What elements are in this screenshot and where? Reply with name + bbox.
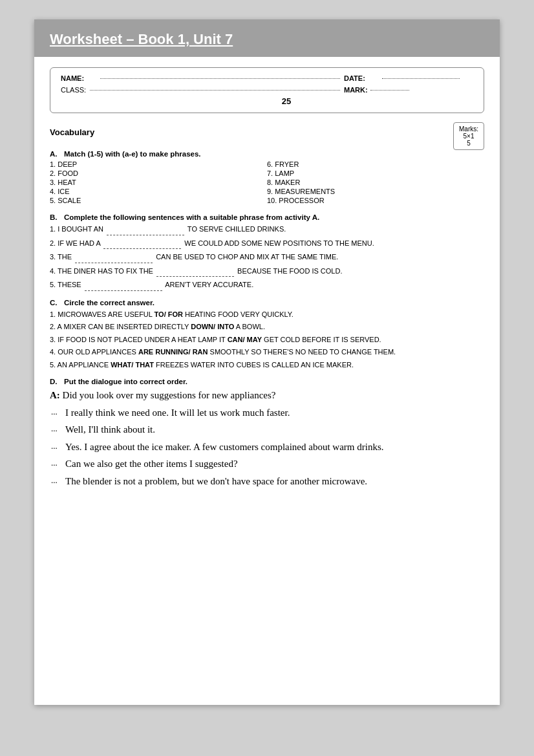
activity-d-title: Put the dialogue into correct order.	[64, 378, 187, 385]
student-info-box: NAME: DATE: CLASS: MARK: 25	[50, 67, 484, 113]
word-2: 2. FOOD	[50, 169, 267, 177]
page-content: NAME: DATE: CLASS: MARK: 25 Vocabulary	[34, 67, 500, 512]
activity-b-sentences: 1. I BOUGHT AN TO SERVE CHILLED DRINKS. …	[50, 224, 484, 291]
word-col-left: 1. DEEP 2. FOOD 3. HEAT 4. ICE 5. SCALE	[50, 160, 267, 206]
word-10-text: PROCESSOR	[279, 197, 324, 204]
name-row: NAME: DATE:	[61, 74, 473, 82]
mark-total: 25	[100, 96, 473, 106]
word-3-text: HEAT	[58, 178, 76, 186]
word-1-num: 1.	[50, 160, 56, 168]
dialogue-line-3: Well, I'll think about it.	[50, 422, 484, 437]
word-8-num: 8.	[267, 178, 273, 186]
fill-b4[interactable]	[156, 266, 234, 277]
mark-label: MARK:	[344, 86, 368, 94]
word-7-text: LAMP	[275, 169, 294, 177]
word-7-num: 7.	[267, 169, 273, 177]
dialogue-line-5: Can we also get the other items I sugges…	[50, 457, 484, 471]
dialogue-line-6: The blender is not a problem, but we don…	[50, 474, 484, 489]
word-2-num: 2.	[50, 169, 56, 177]
word-list: 1. DEEP 2. FOOD 3. HEAT 4. ICE 5. SCALE …	[50, 160, 484, 206]
activity-b-header: B. Complete the following sentences with…	[50, 213, 484, 221]
fill-b5[interactable]	[85, 279, 162, 291]
activity-c-sentences: 1. MICROWAVES ARE USEFUL TO/ FOR HEATING…	[50, 309, 484, 371]
activity-d-label: D.	[50, 378, 64, 385]
sentence-b2: 2. IF WE HAD A WE COULD ADD SOME NEW POS…	[50, 238, 484, 250]
header-bar: Worksheet – Book 1, Unit 7	[34, 19, 500, 57]
activity-c: C. Circle the correct answer. 1. MICROWA…	[50, 299, 484, 371]
choice-c5: WHAT/ THAT	[111, 361, 154, 369]
word-10: 10. PROCESSOR	[267, 197, 484, 204]
dialogue-speaker-a: A:	[50, 390, 60, 400]
circle-c5: 5. AN APPLIANCE WHAT/ THAT FREEZES WATER…	[50, 360, 484, 371]
choice-c1: TO/ FOR	[155, 310, 183, 318]
word-4-text: ICE	[58, 188, 69, 195]
class-input-line[interactable]	[90, 90, 340, 91]
activity-a-label: A.	[50, 150, 64, 158]
fill-b2[interactable]	[103, 238, 181, 250]
word-6-text: FRYER	[275, 160, 299, 168]
worksheet-page: Worksheet – Book 1, Unit 7 NAME: DATE: C…	[34, 19, 500, 705]
activity-c-label: C.	[50, 299, 64, 307]
class-row: CLASS: MARK:	[61, 86, 473, 94]
word-col-right: 6. FRYER 7. LAMP 8. MAKER 9. MEASUREMENT…	[267, 160, 484, 206]
activity-d-header: D. Put the dialogue into correct order.	[50, 378, 484, 385]
word-2-text: FOOD	[58, 169, 78, 177]
word-8-text: MAKER	[275, 178, 300, 186]
dialogue-line-1: A: Did you look over my suggestions for …	[50, 388, 484, 403]
sentence-b4: 4. THE DINER HAS TO FIX THE BECAUSE THE …	[50, 266, 484, 277]
vocabulary-label: Vocabulary	[50, 127, 453, 137]
marks-badge-line2: 5×1	[459, 133, 478, 140]
word-5-text: SCALE	[58, 197, 81, 204]
word-9: 9. MEASUREMENTS	[267, 188, 484, 195]
circle-c4: 4. OUR OLD APPLIANCES ARE RUNNING/ RAN S…	[50, 347, 484, 358]
activity-d: D. Put the dialogue into correct order. …	[50, 378, 484, 488]
activity-c-header: C. Circle the correct answer.	[50, 299, 484, 307]
word-4: 4. ICE	[50, 188, 267, 195]
word-1: 1. DEEP	[50, 160, 267, 168]
dialogue-section: A: Did you look over my suggestions for …	[50, 388, 484, 488]
dialogue-line-4: Yes. I agree about the ice maker. A few …	[50, 440, 484, 455]
sentence-b3: 3. THE CAN BE USED TO CHOP AND MIX AT TH…	[50, 252, 484, 263]
word-10-num: 10.	[267, 197, 277, 204]
activity-b-label: B.	[50, 213, 64, 221]
name-input-line[interactable]	[100, 78, 340, 79]
word-7: 7. LAMP	[267, 169, 484, 177]
activity-c-title: Circle the correct answer.	[64, 299, 155, 307]
activity-b-title: Complete the following sentences with a …	[64, 213, 319, 221]
activity-a-header: A. Match (1-5) with (a-e) to make phrase…	[50, 150, 484, 158]
marks-badge: Marks: 5×1 5	[453, 122, 484, 150]
marks-badge-line3: 5	[459, 140, 478, 147]
dialogue-line-2: I really think we need one. It will let …	[50, 405, 484, 420]
page-title: Worksheet – Book 1, Unit 7	[50, 31, 484, 48]
word-4-num: 4.	[50, 188, 56, 195]
word-3-num: 3.	[50, 178, 56, 186]
choice-c4: ARE RUNNING/ RAN	[138, 348, 208, 356]
activity-a: A. Match (1-5) with (a-e) to make phrase…	[50, 150, 484, 206]
circle-c1: 1. MICROWAVES ARE USEFUL TO/ FOR HEATING…	[50, 309, 484, 320]
class-label: CLASS:	[61, 86, 86, 94]
name-label: NAME:	[61, 74, 96, 82]
word-5: 5. SCALE	[50, 197, 267, 204]
choice-c3: CAN/ MAY	[228, 336, 262, 343]
choice-c2: DOWN/ INTO	[191, 323, 234, 330]
sentence-b5: 5. THESE AREN'T VERY ACCURATE.	[50, 279, 484, 291]
mark-section: MARK:	[344, 86, 473, 94]
fill-b3[interactable]	[75, 252, 153, 263]
word-6-num: 6.	[267, 160, 273, 168]
word-6: 6. FRYER	[267, 160, 484, 168]
circle-c3: 3. IF FOOD IS NOT PLACED UNDER A HEAT LA…	[50, 334, 484, 345]
word-9-num: 9.	[267, 188, 273, 195]
fill-b1[interactable]	[107, 224, 184, 235]
mark-input-line[interactable]	[370, 90, 409, 91]
marks-badge-line1: Marks:	[459, 125, 478, 133]
word-8: 8. MAKER	[267, 178, 484, 186]
word-1-text: DEEP	[58, 160, 77, 168]
activity-a-title: Match (1-5) with (a-e) to make phrases.	[64, 150, 201, 158]
date-input-line[interactable]	[382, 78, 460, 79]
date-label: DATE:	[344, 74, 379, 82]
activity-b: B. Complete the following sentences with…	[50, 213, 484, 291]
circle-c2: 2. A MIXER CAN BE INSERTED DIRECTLY DOWN…	[50, 321, 484, 332]
word-3: 3. HEAT	[50, 178, 267, 186]
sentence-b1: 1. I BOUGHT AN TO SERVE CHILLED DRINKS.	[50, 224, 484, 235]
word-5-num: 5.	[50, 197, 56, 204]
